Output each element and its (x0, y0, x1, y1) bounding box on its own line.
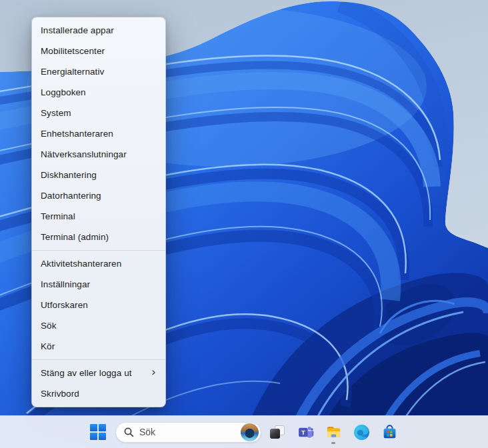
menu-item-label: Skrivbord (41, 389, 79, 399)
menu-separator (32, 359, 165, 360)
menu-item-n-tverksanslutningar[interactable]: Nätverksanslutningar (32, 144, 165, 165)
menu-item-inst-llningar[interactable]: Inställningar (32, 274, 165, 295)
menu-item-installerade-appar[interactable]: Installerade appar (32, 20, 165, 41)
file-explorer-button[interactable] (320, 419, 347, 445)
search-highlight-image[interactable] (241, 423, 259, 441)
menu-item-diskhantering[interactable]: Diskhantering (32, 165, 165, 185)
menu-item-label: Diskhantering (41, 170, 97, 180)
taskbar: Sök T (0, 415, 488, 448)
menu-item-label: Datorhantering (41, 191, 101, 201)
microsoft-store-icon (381, 424, 398, 441)
task-view-button[interactable] (264, 419, 291, 445)
menu-item-loggboken[interactable]: Loggboken (32, 82, 165, 103)
menu-item-label: Aktivitetshanteraren (41, 259, 121, 269)
menu-item-aktivitetshanteraren[interactable]: Aktivitetshanteraren (32, 253, 165, 274)
submenu-chevron-icon: › (151, 367, 156, 378)
menu-item-label: Enhetshanteraren (41, 129, 113, 139)
menu-item-label: Terminal (41, 211, 75, 221)
menu-item-label: Mobilitetscenter (41, 46, 105, 56)
menu-item-mobilitetscenter[interactable]: Mobilitetscenter (32, 41, 165, 61)
menu-item-label: Inställningar (41, 279, 90, 289)
menu-item-st-ng-av-eller-logga-ut[interactable]: Stäng av eller logga ut› (32, 363, 165, 383)
menu-item-label: Installerade appar (41, 25, 114, 35)
menu-separator (32, 250, 165, 251)
start-button[interactable] (89, 419, 107, 445)
edge-button[interactable] (348, 419, 375, 445)
menu-item-s-k[interactable]: Sök (32, 315, 165, 336)
task-view-icon (269, 424, 285, 440)
menu-item-skrivbord[interactable]: Skrivbord (32, 383, 165, 404)
menu-item-label: System (41, 108, 71, 118)
menu-item-k-r[interactable]: Kör (32, 336, 165, 357)
menu-item-label: Utforskaren (41, 300, 88, 310)
menu-item-label: Sök (41, 321, 57, 331)
menu-item-terminal[interactable]: Terminal (32, 206, 165, 227)
search-icon (123, 427, 135, 438)
running-indicator-dot (331, 442, 335, 444)
menu-item-label: Loggboken (41, 87, 86, 97)
menu-item-label: Kör (41, 341, 55, 351)
menu-item-label: Nätverksanslutningar (41, 149, 127, 159)
desktop: Installerade apparMobilitetscenterEnergi… (0, 0, 488, 448)
search-placeholder: Sök (139, 427, 241, 437)
menu-item-datorhantering[interactable]: Datorhantering (32, 185, 165, 206)
svg-text:T: T (301, 428, 305, 435)
menu-item-label: Terminal (admin) (41, 232, 109, 242)
menu-item-utforskaren[interactable]: Utforskaren (32, 295, 165, 315)
menu-item-system[interactable]: System (32, 103, 165, 123)
menu-item-energialternativ[interactable]: Energialternativ (32, 61, 165, 82)
taskbar-search-box[interactable]: Sök (115, 422, 261, 443)
taskbar-center-cluster: Sök T (89, 419, 403, 445)
menu-item-terminal-admin[interactable]: Terminal (admin) (32, 227, 165, 247)
teams-button[interactable]: T (292, 419, 319, 445)
winx-context-menu: Installerade apparMobilitetscenterEnergi… (31, 17, 166, 407)
menu-item-label: Stäng av eller logga ut (41, 368, 132, 378)
menu-item-label: Energialternativ (41, 67, 104, 77)
menu-item-enhetshanteraren[interactable]: Enhetshanteraren (32, 123, 165, 144)
edge-icon (353, 424, 370, 441)
file-explorer-icon (325, 424, 342, 441)
windows-logo-icon (90, 424, 106, 440)
teams-icon: T (297, 424, 314, 441)
microsoft-store-button[interactable] (376, 419, 403, 445)
